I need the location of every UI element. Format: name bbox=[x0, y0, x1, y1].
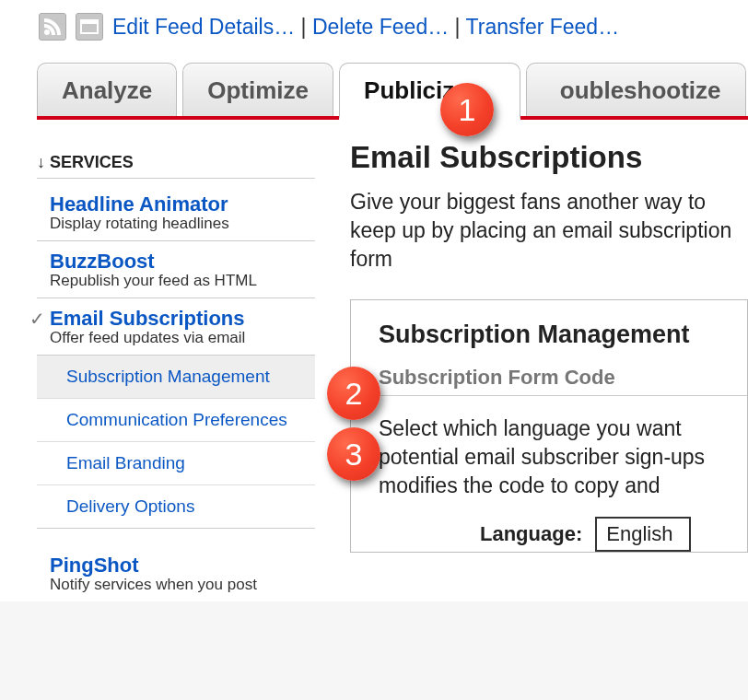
feed-toolbar: Edit Feed Details… | Delete Feed… | Tran… bbox=[0, 9, 748, 63]
services-sidebar: ↓ SERVICES Headline Animator Display rot… bbox=[0, 136, 332, 601]
panel-title: Subscription Management bbox=[379, 321, 747, 349]
delete-feed-link[interactable]: Delete Feed… bbox=[312, 15, 449, 39]
annotation-badge-1: 1 bbox=[440, 83, 494, 136]
service-pingshot[interactable]: PingShot Notify services when you post bbox=[37, 529, 315, 601]
subnav-email-branding[interactable]: Email Branding bbox=[37, 442, 315, 485]
language-select[interactable]: English bbox=[595, 517, 691, 552]
svg-rect-4 bbox=[81, 20, 98, 24]
services-header: ↓ SERVICES bbox=[37, 136, 315, 179]
section-body: Select which language you want potential… bbox=[379, 414, 747, 500]
main-tabs: Analyze Optimize Publicize oubleshootize bbox=[37, 63, 748, 120]
service-desc: Offer feed updates via email bbox=[50, 330, 310, 347]
rss-icon[interactable] bbox=[39, 13, 66, 41]
tab-analyze[interactable]: Analyze bbox=[37, 63, 177, 116]
feed-links: Edit Feed Details… | Delete Feed… | Tran… bbox=[112, 15, 619, 40]
page-intro: Give your biggest fans another way to ke… bbox=[350, 188, 748, 274]
email-subnav: Subscription Management Communication Pr… bbox=[37, 356, 315, 529]
page-title: Email Subscriptions bbox=[350, 140, 748, 175]
svg-rect-0 bbox=[40, 14, 65, 40]
annotation-badge-3: 3 bbox=[327, 427, 380, 481]
service-desc: Display rotating headlines bbox=[50, 216, 310, 233]
tab-optimize[interactable]: Optimize bbox=[182, 63, 333, 116]
transfer-feed-link[interactable]: Transfer Feed… bbox=[466, 15, 620, 39]
service-title: Headline Animator bbox=[50, 193, 310, 216]
service-title: PingShot bbox=[50, 554, 310, 577]
service-title: BuzzBoost bbox=[50, 251, 310, 273]
service-headline-animator[interactable]: Headline Animator Display rotating headl… bbox=[37, 184, 315, 241]
subnav-communication-preferences[interactable]: Communication Preferences bbox=[37, 399, 315, 442]
subscription-panel: Subscription Management Subscription For… bbox=[350, 299, 748, 553]
language-row: Language: English bbox=[379, 517, 747, 552]
svg-point-1 bbox=[44, 29, 50, 35]
section-title: Subscription Form Code bbox=[379, 366, 747, 396]
service-desc: Republish your feed as HTML bbox=[50, 273, 310, 290]
tab-troubleshootize[interactable]: oubleshootize bbox=[526, 63, 746, 116]
window-icon[interactable] bbox=[76, 13, 103, 41]
subnav-delivery-options[interactable]: Delivery Options bbox=[37, 485, 315, 528]
service-desc: Notify services when you post bbox=[50, 577, 310, 594]
service-email-subscriptions[interactable]: Email Subscriptions Offer feed updates v… bbox=[37, 298, 315, 356]
service-title: Email Subscriptions bbox=[50, 308, 310, 330]
subnav-subscription-management[interactable]: Subscription Management bbox=[37, 356, 315, 399]
language-label: Language: bbox=[480, 522, 582, 546]
service-buzzboost[interactable]: BuzzBoost Republish your feed as HTML bbox=[37, 241, 315, 298]
edit-feed-link[interactable]: Edit Feed Details… bbox=[112, 15, 295, 39]
annotation-badge-2: 2 bbox=[327, 367, 380, 420]
main-content: Email Subscriptions Give your biggest fa… bbox=[332, 136, 748, 601]
